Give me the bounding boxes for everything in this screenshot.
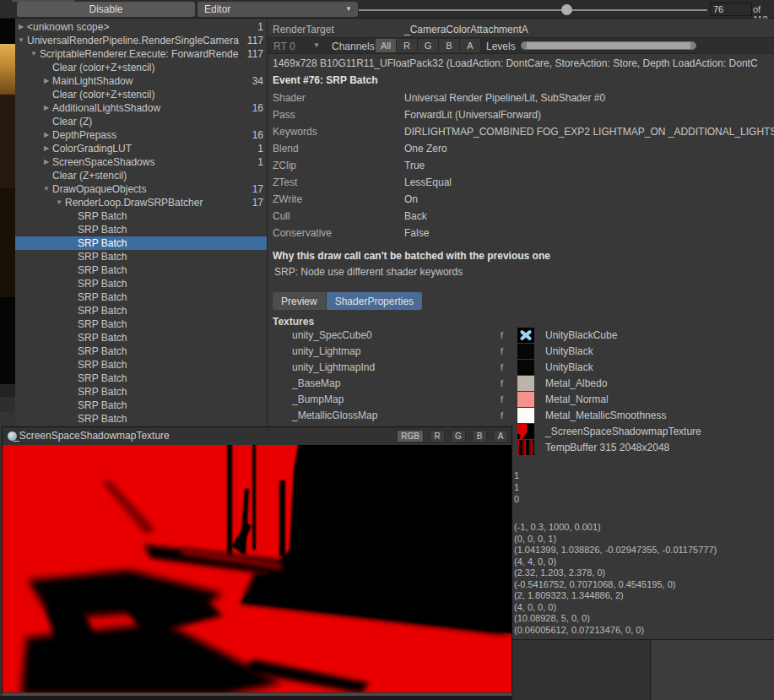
tree-row[interactable]: SRP Batch	[15, 277, 267, 290]
channel-a-button[interactable]: A	[460, 39, 481, 52]
preview-channel-rgb-button[interactable]: RGB	[397, 430, 424, 442]
tab-preview[interactable]: Preview	[273, 292, 327, 310]
texture-row[interactable]: unity_SpecCube0fUnityBlackCube	[268, 328, 774, 344]
tree-row[interactable]: SRP Batch	[15, 263, 267, 277]
texture-row[interactable]: _BaseMapfMetal_Albedo	[268, 376, 774, 392]
tree-row[interactable]: Clear (color+Z+stencil)	[15, 88, 267, 101]
rt-index-dropdown[interactable]: RT 0	[273, 41, 295, 52]
tree-row-label: SRP Batch	[78, 224, 248, 236]
tree-row[interactable]: ▶MainLightShadow34	[15, 74, 267, 88]
texture-asset-name: TempBuffer 315 2048x2048	[545, 442, 669, 453]
texture-row[interactable]: unity_LightmapfUnityBlack	[268, 344, 774, 360]
disclosure-triangle-icon[interactable]: ▼	[15, 34, 27, 47]
tree-row[interactable]: ▶AdditionalLightsShadow16	[15, 101, 267, 115]
disclosure-triangle-icon[interactable]: ▼	[53, 196, 65, 209]
chevron-down-icon: ▼	[345, 6, 352, 13]
tree-row[interactable]: ▶ScreenSpaceShadows1	[15, 155, 267, 169]
disclosure-triangle-icon[interactable]: ▼	[41, 182, 52, 196]
channel-r-button[interactable]: R	[397, 39, 418, 52]
channel-all-button[interactable]: All	[376, 39, 397, 52]
event-slider-handle[interactable]	[561, 4, 572, 15]
tree-row[interactable]: ▼UniversalRenderPipeline.RenderSingleCam…	[15, 34, 267, 47]
tree-row[interactable]: ▶DepthPrepass16	[15, 128, 267, 142]
tree-row-label: RenderLoop.DrawSRPBatcher	[65, 197, 248, 209]
tree-row[interactable]: Clear (Z+stencil)	[15, 169, 267, 182]
event-tree[interactable]: ▶<unknown scope>1▼UniversalRenderPipelin…	[15, 19, 267, 426]
tree-row[interactable]: SRP Batch	[15, 236, 267, 250]
disclosure-triangle-icon[interactable]: ▶	[41, 128, 52, 142]
vector-value: (0.06005612, 0.07213476, 0, 0)	[514, 625, 717, 637]
channels-label: Channels	[332, 41, 375, 52]
preview-channel-a-button[interactable]: A	[493, 430, 508, 442]
disclosure-triangle-icon[interactable]: ▶	[41, 101, 52, 115]
shader-state-row: BlendOne Zero	[268, 140, 774, 157]
tree-row[interactable]: Clear (Z)	[15, 115, 267, 128]
disclosure-triangle-icon[interactable]: ▶	[41, 74, 52, 88]
tree-row-count: 117	[247, 48, 267, 60]
disclosure-triangle-icon[interactable]: ▼	[28, 47, 40, 61]
bottom-panel-left	[512, 640, 650, 700]
tree-row[interactable]: Clear (color+Z+stencil)	[15, 61, 267, 74]
bottom-panel-right	[650, 640, 774, 700]
tree-row[interactable]: SRP Batch	[15, 399, 267, 412]
tree-row[interactable]: SRP Batch	[15, 345, 267, 358]
channel-b-button[interactable]: B	[439, 39, 460, 52]
texture-asset-name: Metal_Normal	[545, 393, 609, 405]
disclosure-triangle-icon[interactable]: ▶	[41, 142, 52, 155]
disable-button[interactable]: Disable	[17, 2, 195, 17]
tree-row[interactable]: SRP Batch	[15, 250, 267, 263]
tree-row[interactable]: SRP Batch	[15, 412, 267, 426]
shader-state-row: KeywordsDIRLIGHTMAP_COMBINED FOG_EXP2 LI…	[268, 123, 774, 140]
tree-row[interactable]: SRP Batch	[15, 317, 267, 331]
texture-row[interactable]: _BumpMapfMetal_Normal	[268, 392, 774, 408]
tree-row[interactable]: SRP Batch	[15, 223, 267, 236]
channel-g-button[interactable]: G	[418, 39, 439, 52]
tree-row[interactable]: SRP Batch	[15, 304, 267, 317]
shader-state-value: False	[404, 227, 429, 239]
shader-state-row: ZWriteOn	[268, 191, 774, 208]
render-target-value[interactable]: _CameraColorAttachmentA	[404, 24, 528, 35]
levels-range-slider[interactable]	[521, 41, 696, 50]
tree-row[interactable]: ▶<unknown scope>1	[15, 20, 267, 34]
target-dropdown[interactable]: Editor ▼	[198, 2, 358, 17]
tree-row-label: SRP Batch	[78, 345, 248, 357]
texture-flag: f	[501, 378, 503, 388]
disclosure-triangle-icon[interactable]: ▶	[41, 155, 52, 169]
texture-row[interactable]: unity_LightmapIndfUnityBlack	[268, 360, 774, 376]
tab-shader-properties[interactable]: ShaderProperties	[327, 292, 422, 310]
tree-row-label: SRP Batch	[78, 264, 248, 276]
tree-row-label: DepthPrepass	[52, 129, 248, 141]
event-title: Event #76: SRP Batch	[273, 74, 378, 86]
texture-flag: f	[501, 362, 503, 372]
tree-row-count: 17	[248, 197, 267, 209]
texture-row[interactable]: _MetallicGlossMapfMetal_MetallicSmoothne…	[268, 408, 774, 424]
preview-channel-b-button[interactable]: B	[472, 430, 487, 442]
texture-asset-name: UnityBlackCube	[545, 329, 617, 341]
tree-row[interactable]: SRP Batch	[15, 290, 267, 304]
background-scene-shade	[0, 187, 15, 297]
target-dropdown-label: Editor	[204, 3, 230, 15]
shader-state-label: Blend	[273, 143, 299, 155]
shader-state-label: Keywords	[273, 126, 317, 138]
tree-row-label: SRP Batch	[78, 359, 248, 371]
event-slider[interactable]	[359, 4, 707, 15]
tree-row[interactable]: ▼RenderLoop.DrawSRPBatcher17	[15, 196, 267, 209]
tree-row[interactable]: SRP Batch	[15, 372, 267, 385]
tree-row[interactable]: ▶ColorGradingLUT1	[15, 142, 267, 155]
tree-row[interactable]: SRP Batch	[15, 385, 267, 399]
tree-row[interactable]: SRP Batch	[15, 358, 267, 372]
texture-preview-titlebar[interactable]: _ScreenSpaceShadowmapTexture RGBRGBA	[3, 427, 511, 445]
tree-row-label: SRP Batch	[78, 318, 248, 330]
tree-row[interactable]: ▼ScriptableRenderer.Execute: ForwardRend…	[15, 47, 267, 61]
vector-value: (4, 4, 0, 0)	[514, 556, 717, 568]
tree-row[interactable]: SRP Batch	[15, 331, 267, 345]
tree-row[interactable]: SRP Batch	[15, 209, 267, 223]
tree-row-label: Clear (Z)	[52, 116, 248, 128]
shader-state-row: ZTestLessEqual	[268, 174, 774, 191]
tree-row[interactable]: ▼DrawOpaqueObjects17	[15, 182, 267, 196]
disclosure-triangle-icon[interactable]: ▶	[15, 20, 27, 34]
tree-row-label: SRP Batch	[78, 399, 248, 411]
event-index-input[interactable]	[710, 3, 752, 16]
preview-channel-r-button[interactable]: R	[430, 430, 445, 442]
preview-channel-g-button[interactable]: G	[451, 430, 466, 442]
